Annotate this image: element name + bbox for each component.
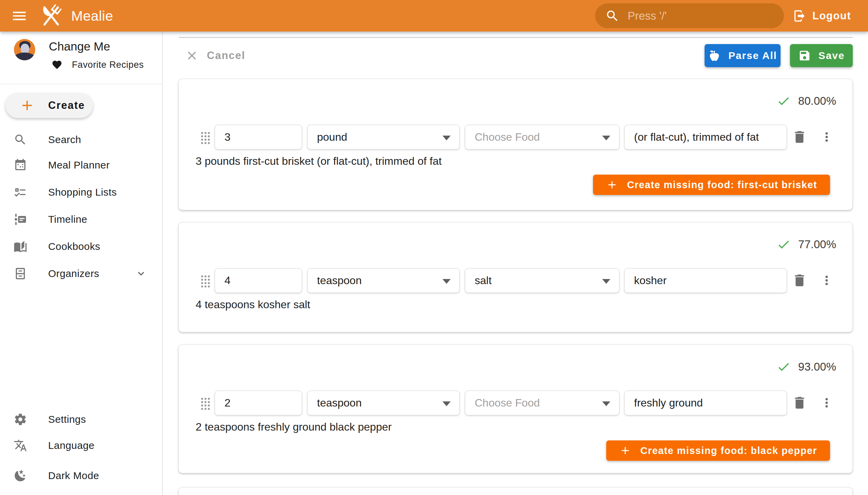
food-select[interactable] bbox=[465, 391, 619, 415]
sidebar-item-label: Language bbox=[48, 440, 95, 451]
food-select[interactable] bbox=[465, 125, 619, 150]
delete-ingredient-button[interactable] bbox=[791, 395, 808, 412]
user-avatar[interactable] bbox=[14, 39, 35, 61]
ingredient-menu-button[interactable] bbox=[818, 395, 835, 412]
quantity-field bbox=[215, 268, 302, 293]
confidence-indicator: 77.00% bbox=[777, 237, 836, 252]
unit-select[interactable] bbox=[307, 268, 460, 293]
check-icon bbox=[777, 94, 791, 108]
menu-down-icon bbox=[602, 402, 610, 406]
trash-icon bbox=[792, 395, 807, 411]
unit-input[interactable] bbox=[308, 397, 459, 409]
parse-all-button[interactable]: Parse All bbox=[704, 44, 781, 67]
quantity-input[interactable] bbox=[215, 397, 302, 409]
unit-select[interactable] bbox=[307, 391, 460, 415]
sidebar-item-label: Shopping Lists bbox=[48, 186, 117, 198]
sidebar-item-dark-mode[interactable]: Dark Mode bbox=[0, 462, 162, 489]
unit-select[interactable] bbox=[307, 125, 460, 150]
drag-handle-icon[interactable] bbox=[200, 396, 211, 411]
menu-down-icon bbox=[602, 279, 610, 284]
menu-down-icon bbox=[442, 402, 450, 406]
check-icon bbox=[777, 237, 791, 252]
ingredient-card: 80.00% 3 pounds fi bbox=[178, 79, 853, 210]
note-field bbox=[624, 391, 787, 415]
unit-input[interactable] bbox=[308, 274, 459, 287]
confidence-value: 80.00% bbox=[798, 95, 836, 107]
apple-icon bbox=[708, 49, 721, 62]
menu-down-icon bbox=[442, 279, 450, 284]
create-missing-food-label: Create missing food: first-cut brisket bbox=[627, 180, 817, 190]
logout-button[interactable]: Logout bbox=[793, 7, 851, 25]
menu-down-icon bbox=[442, 136, 450, 140]
cancel-button[interactable]: Cancel bbox=[185, 45, 245, 66]
close-icon bbox=[185, 49, 199, 62]
sidebar-item-timeline[interactable]: Timeline bbox=[0, 206, 162, 233]
save-label: Save bbox=[818, 50, 845, 62]
original-ingredient-text: 4 teaspoons kosher salt bbox=[195, 298, 310, 311]
sidebar-item-label: Search bbox=[48, 134, 81, 146]
ingredient-card-partial bbox=[178, 487, 853, 495]
app-title[interactable]: Mealie bbox=[71, 8, 113, 24]
global-search-bar[interactable] bbox=[595, 3, 784, 28]
delete-ingredient-button[interactable] bbox=[791, 272, 808, 289]
ingredient-editor-row bbox=[179, 125, 852, 150]
save-button[interactable]: Save bbox=[790, 44, 853, 67]
sidebar-item-language[interactable]: Language bbox=[0, 432, 162, 459]
sidebar-item-meal-planner[interactable]: Meal Planner bbox=[0, 152, 162, 179]
food-input[interactable] bbox=[465, 397, 619, 409]
kebab-menu-icon bbox=[819, 130, 834, 144]
check-icon bbox=[777, 360, 791, 374]
ingredient-editor-row bbox=[179, 268, 852, 293]
quantity-input[interactable] bbox=[215, 131, 302, 143]
note-input[interactable] bbox=[625, 274, 787, 287]
sidebar-item-cookbooks[interactable]: Cookbooks bbox=[0, 233, 162, 260]
parse-all-label: Parse All bbox=[728, 50, 777, 62]
quantity-input[interactable] bbox=[215, 274, 302, 287]
ingredient-menu-button[interactable] bbox=[818, 129, 835, 146]
search-input[interactable] bbox=[627, 9, 774, 23]
chevron-down-icon[interactable] bbox=[135, 268, 147, 280]
sidebar-item-search[interactable]: Search bbox=[0, 126, 162, 153]
ingredient-editor-row bbox=[179, 391, 852, 416]
sidebar-item-label: Organizers bbox=[48, 268, 99, 279]
cabinet-icon bbox=[14, 267, 27, 280]
sidebar-divider bbox=[0, 84, 162, 84]
trash-icon bbox=[792, 129, 807, 145]
plus-icon bbox=[606, 179, 618, 191]
sidebar-item-organizers[interactable]: Organizers bbox=[0, 260, 162, 287]
unit-input[interactable] bbox=[308, 131, 459, 143]
food-input[interactable] bbox=[465, 274, 619, 287]
create-missing-food-button[interactable]: Create missing food: first-cut brisket bbox=[593, 175, 830, 195]
drag-handle-icon[interactable] bbox=[200, 274, 211, 289]
ingredient-card: 77.00% 4 teaspoons bbox=[178, 222, 853, 332]
favorites-label: Favorite Recipes bbox=[72, 60, 144, 70]
food-input[interactable] bbox=[465, 131, 619, 143]
favorite-recipes-link[interactable]: Favorite Recipes bbox=[52, 59, 144, 70]
confidence-indicator: 93.00% bbox=[777, 360, 836, 374]
moon-stars-icon bbox=[14, 469, 27, 482]
menu-down-icon bbox=[602, 136, 610, 140]
logout-icon bbox=[793, 9, 806, 23]
ingredient-card: 93.00% 2 teaspoons bbox=[178, 344, 853, 473]
ingredient-menu-button[interactable] bbox=[818, 272, 835, 289]
search-icon bbox=[605, 9, 619, 23]
drag-handle-icon[interactable] bbox=[200, 131, 211, 146]
hamburger-menu-icon[interactable] bbox=[11, 7, 28, 24]
gear-icon bbox=[14, 413, 27, 426]
sidebar-item-label: Timeline bbox=[48, 214, 87, 225]
create-button[interactable]: Create bbox=[5, 93, 93, 118]
note-input[interactable] bbox=[625, 131, 787, 143]
create-missing-food-button[interactable]: Create missing food: black pepper bbox=[606, 440, 830, 461]
confidence-value: 93.00% bbox=[798, 360, 836, 373]
trash-icon bbox=[792, 273, 807, 288]
sidebar-item-label: Meal Planner bbox=[48, 159, 110, 171]
sidebar-item-settings[interactable]: Settings bbox=[0, 406, 162, 433]
delete-ingredient-button[interactable] bbox=[791, 129, 808, 146]
create-missing-food-label: Create missing food: black pepper bbox=[640, 445, 817, 456]
save-icon bbox=[798, 49, 811, 62]
note-input[interactable] bbox=[625, 397, 787, 409]
note-field bbox=[624, 125, 787, 150]
sidebar-item-shopping-lists[interactable]: Shopping Lists bbox=[0, 179, 162, 206]
mealie-logo-icon[interactable] bbox=[38, 3, 64, 29]
food-select[interactable] bbox=[465, 268, 619, 293]
